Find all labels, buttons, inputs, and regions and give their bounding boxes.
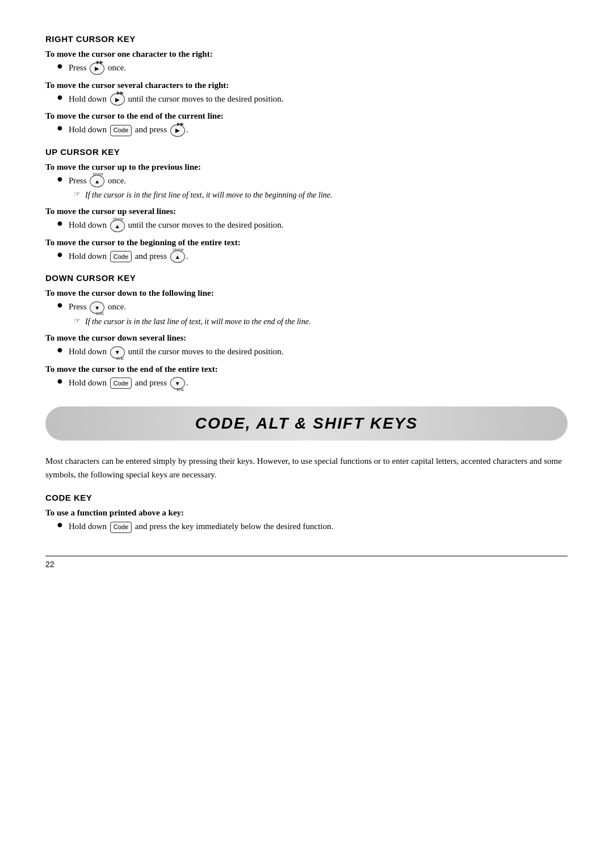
code-key4: Code — [110, 522, 132, 533]
down-cursor-section: DOWN CURSOR KEY To move the cursor down … — [45, 273, 568, 389]
code-key3: Code — [110, 378, 132, 389]
down-cursor-note1: ☞ If the cursor is in the last line of t… — [74, 316, 568, 328]
down-cursor-note1-text: If the cursor is in the last line of tex… — [85, 316, 310, 328]
up-cursor-bullet1-text: Press Home once. — [69, 174, 126, 188]
down-cursor-bullet3: ● Hold down Code and press End . — [57, 376, 568, 390]
bullet-dot: ● — [57, 519, 63, 531]
up-cursor-bullet3-text: Hold down Code and press Home . — [69, 250, 188, 263]
right-cursor-title: RIGHT CURSOR KEY — [45, 34, 568, 44]
up-arrow-key3: Home — [170, 250, 185, 263]
code-key-sub1-heading: To use a function printed above a key: — [45, 508, 568, 518]
intro-paragraph: Most characters can be entered simply by… — [45, 454, 568, 481]
down-cursor-bullet1: ● Press End once. — [57, 300, 568, 314]
code-key2: Code — [110, 251, 132, 262]
right-cursor-sub1-heading: To move the cursor one character to the … — [45, 49, 568, 59]
right-cursor-bullet2: ● Hold down ▶▶ until the cursor moves to… — [57, 93, 568, 106]
right-cursor-sub2-heading: To move the cursor several characters to… — [45, 81, 568, 90]
code-key-bullet1-text: Hold down Code and press the key immedia… — [69, 520, 333, 533]
up-cursor-note1-text: If the cursor is in the first line of te… — [85, 189, 333, 201]
right-cursor-bullet3-text: Hold down Code and press ▶▶ . — [69, 123, 188, 137]
code-key: Code — [110, 125, 132, 136]
up-cursor-bullet1: ● Press Home once. — [57, 174, 568, 188]
banner-title: CODE, ALT & SHIFT KEYS — [195, 414, 418, 432]
page-number: 22 — [45, 560, 54, 569]
bullet-dot: ● — [57, 91, 63, 103]
bullet-dot: ● — [57, 344, 63, 356]
right-cursor-bullet3: ● Hold down Code and press ▶▶ . — [57, 123, 568, 137]
up-arrow-key: Home — [90, 175, 104, 187]
right-cursor-sub3-heading: To move the cursor to the end of the cur… — [45, 111, 568, 121]
up-cursor-section: UP CURSOR KEY To move the cursor up to t… — [45, 147, 568, 263]
down-arrow-key2: End — [110, 346, 125, 359]
up-cursor-sub3-heading: To move the cursor to the beginning of t… — [45, 238, 568, 248]
up-cursor-bullet2: ● Hold down Home until the cursor moves … — [57, 219, 568, 232]
right-arrow-key3: ▶▶ — [170, 124, 185, 137]
up-cursor-sub1-heading: To move the cursor up to the previous li… — [45, 162, 568, 172]
note-icon2: ☞ — [74, 316, 81, 325]
up-cursor-bullet2-text: Hold down Home until the cursor moves to… — [69, 219, 284, 232]
bullet-dot: ● — [57, 299, 63, 311]
code-key-bullet1: ● Hold down Code and press the key immed… — [57, 520, 568, 533]
down-cursor-title: DOWN CURSOR KEY — [45, 273, 568, 283]
right-cursor-bullet1: ● Press ▶▶ once. — [57, 61, 568, 75]
down-cursor-sub2-heading: To move the cursor down several lines: — [45, 333, 568, 343]
bullet-dot: ● — [57, 217, 63, 229]
right-arrow-key: ▶▶ — [90, 62, 104, 75]
down-cursor-bullet3-text: Hold down Code and press End . — [69, 376, 188, 390]
up-cursor-bullet3: ● Hold down Code and press Home . — [57, 250, 568, 263]
up-cursor-title: UP CURSOR KEY — [45, 147, 568, 157]
right-arrow-key2: ▶▶ — [110, 93, 125, 106]
up-arrow-key2: Home — [110, 220, 125, 232]
code-alt-shift-banner: CODE, ALT & SHIFT KEYS — [45, 406, 568, 441]
down-cursor-sub1-heading: To move the cursor down to the following… — [45, 288, 568, 298]
down-cursor-sub3-heading: To move the cursor to the end of the ent… — [45, 364, 568, 374]
right-cursor-bullet1-text: Press ▶▶ once. — [69, 61, 126, 75]
up-cursor-note1: ☞ If the cursor is in the first line of … — [74, 189, 568, 201]
bullet-dot: ● — [57, 173, 63, 185]
down-cursor-bullet1-text: Press End once. — [69, 300, 126, 314]
bullet-dot: ● — [57, 249, 63, 261]
code-key-section: CODE KEY To use a function printed above… — [45, 493, 568, 533]
right-cursor-bullet2-text: Hold down ▶▶ until the cursor moves to t… — [69, 93, 284, 106]
right-cursor-section: RIGHT CURSOR KEY To move the cursor one … — [45, 34, 568, 137]
down-arrow-key3: End — [170, 377, 185, 389]
up-cursor-sub2-heading: To move the cursor up several lines: — [45, 207, 568, 216]
note-icon: ☞ — [74, 190, 81, 199]
bullet-dot: ● — [57, 375, 63, 387]
down-arrow-key: End — [90, 301, 104, 314]
bullet-dot: ● — [57, 60, 63, 72]
down-cursor-bullet2-text: Hold down End until the cursor moves to … — [69, 345, 284, 359]
page-footer: 22 — [45, 556, 568, 569]
bullet-dot: ● — [57, 122, 63, 134]
code-key-title: CODE KEY — [45, 493, 568, 502]
down-cursor-bullet2: ● Hold down End until the cursor moves t… — [57, 345, 568, 359]
